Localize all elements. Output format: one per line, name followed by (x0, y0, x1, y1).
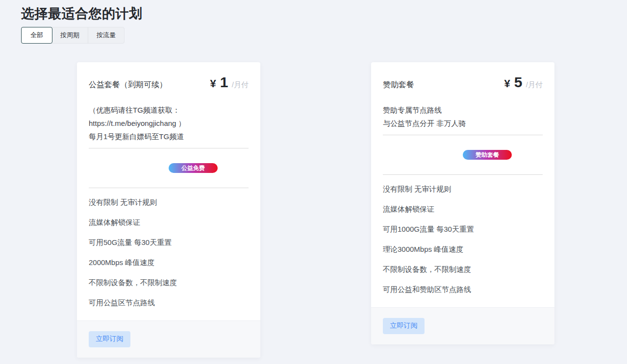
price-amount: 5 (514, 74, 523, 90)
badge-row: 公益免费 (89, 148, 249, 188)
badge-row: 赞助套餐 (383, 135, 543, 174)
divider (89, 188, 249, 188)
plan-card-footer: 立即订阅 (371, 307, 554, 344)
plan-badge: 赞助套餐 (463, 150, 512, 160)
price-amount: 1 (220, 74, 228, 90)
currency-symbol: ¥ (210, 77, 216, 90)
billing-cycle: /月付 (232, 80, 249, 89)
plan-description-line: 赞助专属节点路线 (383, 103, 543, 117)
feature-item: 可用公益区节点路线 (89, 292, 249, 313)
plan-description-line: 与公益节点分开 非万人骑 (383, 117, 543, 130)
plan-filter-tabs: 全部 按周期 按流量 (21, 27, 125, 44)
subscribe-button[interactable]: 立即订阅 (383, 318, 425, 334)
feature-item: 2000Mbps 峰值速度 (89, 252, 249, 272)
feature-item: 可用1000G流量 每30天重置 (383, 219, 543, 239)
plan-selection-page: 选择最适合您的计划 全部 按周期 按流量 公益套餐（到期可续） ¥1 /月付 （… (0, 0, 627, 358)
plan-name: 赞助套餐 (383, 80, 414, 90)
feature-item: 可用50G流量 每30天重置 (89, 232, 249, 252)
feature-item: 流媒体解锁保证 (383, 199, 543, 219)
feature-item: 不限制设备数，不限制速度 (89, 272, 249, 292)
plan-price: ¥5 /月付 (504, 74, 543, 91)
divider (383, 174, 543, 175)
plan-description: 赞助专属节点路线 与公益节点分开 非万人骑 (383, 103, 543, 130)
plan-description-line: 每月1号更新白嫖码至TG频道 (89, 130, 249, 143)
plan-card-body: 公益套餐（到期可续） ¥1 /月付 （优惠码请往TG频道获取： https://… (77, 62, 260, 320)
plan-card-body: 赞助套餐 ¥5 /月付 赞助专属节点路线 与公益节点分开 非万人骑 赞助套餐 没… (371, 62, 554, 307)
feature-item: 可用公益和赞助区节点路线 (383, 279, 543, 299)
tab-all[interactable]: 全部 (21, 27, 52, 44)
feature-list: 没有限制 无审计规则 流媒体解锁保证 可用50G流量 每30天重置 2000Mb… (89, 192, 249, 313)
plan-card-footer: 立即订阅 (77, 320, 260, 358)
subscribe-button[interactable]: 立即订阅 (89, 331, 130, 347)
page-title: 选择最适合您的计划 (21, 6, 606, 23)
feature-item: 没有限制 无审计规则 (383, 179, 543, 199)
plan-card-sponsor: 赞助套餐 ¥5 /月付 赞助专属节点路线 与公益节点分开 非万人骑 赞助套餐 没… (371, 62, 554, 344)
plan-name: 公益套餐（到期可续） (89, 80, 167, 90)
plan-price: ¥1 /月付 (210, 74, 249, 91)
plan-badge: 公益免费 (169, 163, 218, 173)
feature-item: 理论3000Mbps 峰值速度 (383, 239, 543, 259)
feature-item: 没有限制 无审计规则 (89, 192, 249, 212)
tab-by-period[interactable]: 按周期 (52, 27, 88, 43)
plan-description-line: （优惠码请往TG频道获取： (89, 103, 249, 117)
plan-description-line: https://t.me/beiyongjichang ） (89, 117, 249, 130)
plan-header: 公益套餐（到期可续） ¥1 /月付 (89, 74, 249, 91)
tab-by-traffic[interactable]: 按流量 (88, 27, 124, 43)
plan-card-public: 公益套餐（到期可续） ¥1 /月付 （优惠码请往TG频道获取： https://… (77, 62, 260, 358)
feature-item: 流媒体解锁保证 (89, 212, 249, 232)
feature-list: 没有限制 无审计规则 流媒体解锁保证 可用1000G流量 每30天重置 理论30… (383, 179, 543, 299)
currency-symbol: ¥ (504, 77, 510, 90)
plan-cards-row: 公益套餐（到期可续） ¥1 /月付 （优惠码请往TG频道获取： https://… (77, 62, 554, 358)
billing-cycle: /月付 (526, 80, 543, 89)
plan-description: （优惠码请往TG频道获取： https://t.me/beiyongjichan… (89, 103, 249, 143)
feature-item: 不限制设备数，不限制速度 (383, 259, 543, 279)
plan-header: 赞助套餐 ¥5 /月付 (383, 74, 543, 91)
